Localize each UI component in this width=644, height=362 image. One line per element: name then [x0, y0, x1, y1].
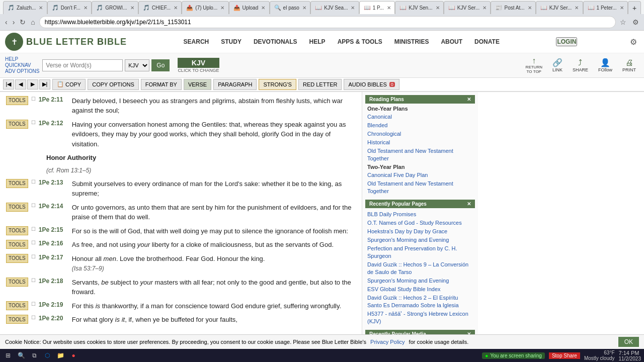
settings-gear-icon[interactable]: ⚙ — [628, 36, 639, 48]
tab-12[interactable]: 📖KJV Ser...✕ — [536, 1, 583, 14]
tab-6[interactable]: 📤Upload✕ — [229, 1, 270, 14]
help-link[interactable]: HELP — [5, 56, 39, 62]
verse-checkbox-2-17[interactable]: ☐ — [31, 254, 36, 259]
verse-checkbox-2-12[interactable]: ☐ — [31, 120, 36, 125]
guzik-hechos2-link[interactable]: David Guzik :: Hechos 2 – El Espíritu Sa… — [367, 295, 459, 308]
blended-link[interactable]: Blended — [367, 122, 387, 128]
privacy-policy-link[interactable]: Privacy Policy — [370, 339, 405, 345]
spurgeon2-link[interactable]: Spurgeon's Morning and Evening — [367, 278, 449, 284]
chrome-icon[interactable]: ● — [68, 350, 78, 360]
menu-search[interactable]: SEARCH — [178, 35, 215, 48]
tools-button-2-20[interactable]: TOOLS — [6, 315, 28, 324]
tools-button-2-17[interactable]: TOOLS — [6, 254, 28, 263]
tab-8[interactable]: 📖KJV Sea...✕ — [310, 1, 359, 14]
collapse-icon[interactable]: ✕ — [467, 97, 471, 102]
verse-checkbox-2-18[interactable]: ☐ — [31, 278, 36, 283]
kjv-badge[interactable]: KJV CLICK TO CHANGE — [178, 58, 219, 73]
tab-1[interactable]: 🎵Zaluzh...✕ — [3, 1, 47, 14]
guzik-hechos9-link[interactable]: David Guzik :: Hechos 9 – La Conversión … — [367, 261, 468, 275]
search-input[interactable] — [42, 59, 123, 71]
spurgeon1-link[interactable]: Spurgeon's Morning and Evening — [367, 237, 449, 243]
verse-checkbox-2-19[interactable]: ☐ — [31, 301, 36, 307]
tab-active[interactable]: 📖1 P...✕ — [359, 1, 395, 14]
tools-button-2-18[interactable]: TOOLS — [6, 278, 28, 287]
search-go-button[interactable]: Go — [151, 59, 170, 71]
hoekstra-link[interactable]: Hoekstra's Day by Day by Grace — [367, 228, 447, 234]
tab-13[interactable]: 📖1 Peter...✕ — [583, 1, 628, 14]
collapse-pages-icon[interactable]: ✕ — [467, 201, 471, 207]
menu-ministries[interactable]: MINISTRIES — [388, 35, 435, 48]
menu-help[interactable]: HELP — [303, 35, 332, 48]
task-view-icon[interactable]: ⧉ — [29, 350, 39, 360]
cookie-ok-button[interactable]: OK — [618, 337, 639, 347]
ot-names-link[interactable]: O.T. Names of God - Study Resources — [367, 220, 462, 226]
ot-nt-link[interactable]: Old Testament and New Testament Together — [367, 148, 453, 161]
tools-button-2-14[interactable]: TOOLS — [6, 203, 28, 212]
menu-study[interactable]: STUDY — [215, 35, 248, 48]
chronological-link[interactable]: Chronological — [367, 131, 401, 137]
share-button[interactable]: ⤴ SHARE — [570, 57, 591, 73]
quicknav-link[interactable]: QUICKNAV — [5, 62, 39, 68]
menu-about[interactable]: ABOUT — [435, 35, 468, 48]
verse-checkbox-2-16[interactable]: ☐ — [31, 240, 36, 245]
edge-icon[interactable]: ⬡ — [42, 350, 52, 360]
copy-options-button[interactable]: COPY OPTIONS — [88, 79, 139, 90]
menu-devotionals[interactable]: DEVOTIONALS — [248, 35, 303, 48]
search-taskbar-icon[interactable]: 🔍 — [16, 350, 26, 360]
next-chapter-button[interactable]: ▶ — [27, 79, 38, 89]
back-button[interactable]: ‹ — [3, 17, 10, 27]
format-by-button[interactable]: FORMAT BY — [141, 79, 182, 90]
tab-4[interactable]: 🎵CHIEF...✕ — [138, 1, 182, 14]
address-bar[interactable] — [39, 16, 616, 28]
tab-5[interactable]: 📤(7) Uplo...✕ — [182, 1, 228, 14]
forward-button[interactable]: › — [11, 17, 17, 27]
tab-11[interactable]: 📰Post At...✕ — [491, 1, 535, 14]
tools-button-2-19[interactable]: TOOLS — [6, 301, 28, 310]
h5377-link[interactable]: H5377 - nāšāʾ - Strong's Hebrew Lexicon … — [367, 311, 468, 324]
copy-button[interactable]: 📋 COPY — [52, 79, 86, 90]
tools-button-2-13[interactable]: TOOLS — [6, 179, 28, 188]
reload-button[interactable]: ↻ — [18, 17, 28, 27]
follow-button[interactable]: 👤 FOllow — [595, 57, 615, 73]
verse-checkbox-2-15[interactable]: ☐ — [31, 226, 36, 232]
prev-chapter-button[interactable]: ◀ — [15, 79, 26, 89]
bookmark-button[interactable]: ☆ — [618, 17, 628, 27]
new-tab[interactable]: + — [628, 1, 641, 14]
stop-share-button[interactable]: Stop Share — [549, 352, 580, 359]
version-select[interactable]: KJV NIV ESV — [125, 59, 149, 71]
tools-button-2-11[interactable]: TOOLS — [6, 96, 28, 105]
first-chapter-button[interactable]: |◀ — [3, 79, 14, 89]
historical-link[interactable]: Historical — [367, 139, 390, 145]
verse-button[interactable]: VERSE — [184, 79, 211, 90]
home-button[interactable]: ⌂ — [29, 17, 37, 27]
tab-7[interactable]: 🔍el paso✕ — [270, 1, 311, 14]
verse-checkbox-2-14[interactable]: ☐ — [31, 203, 36, 208]
canonical-five-link[interactable]: Canonical Five Day Plan — [367, 172, 428, 178]
canonical-link[interactable]: Canonical — [367, 114, 392, 120]
strongs-button[interactable]: STRONG'S — [259, 79, 296, 90]
tools-button-2-16[interactable]: TOOLS — [6, 240, 28, 249]
blb-daily-link[interactable]: BLB Daily Promises — [367, 211, 416, 217]
tools-button-2-15[interactable]: TOOLS — [6, 226, 28, 235]
verse-checkbox-2-20[interactable]: ☐ — [31, 315, 36, 320]
audio-bibles-button[interactable]: AUDIO BIBLES 0 — [344, 79, 399, 90]
link-button[interactable]: 🔗 LINK — [549, 57, 566, 73]
tab-10[interactable]: 📖KJV Ser...✕ — [444, 1, 491, 14]
tools-button-2-12[interactable]: TOOLS — [6, 120, 28, 129]
tab-3[interactable]: 🎵GROWI...✕ — [92, 1, 138, 14]
return-to-top-button[interactable]: ↑ RETURNTO TOP — [523, 55, 545, 75]
adv-options-link[interactable]: ADV OPTIONS — [5, 68, 39, 74]
login-button[interactable]: LOGIN — [556, 37, 577, 46]
menu-donate[interactable]: DONATE — [468, 35, 506, 48]
menu-apps[interactable]: APPS & TOOLS — [332, 35, 388, 48]
verse-checkbox-2-13[interactable]: ☐ — [31, 179, 36, 185]
tab-9[interactable]: 📖KJV Sen...✕ — [395, 1, 443, 14]
verse-checkbox-2-11[interactable]: ☐ — [31, 96, 36, 102]
red-letter-button[interactable]: RED LETTER — [298, 79, 342, 90]
print-button[interactable]: 🖨 PRINT — [619, 57, 639, 73]
windows-start-icon[interactable]: ⊞ — [3, 350, 13, 360]
settings-icon[interactable]: ⚙ — [630, 17, 641, 27]
tab-2[interactable]: 🎵Don't F...✕ — [47, 1, 92, 14]
ot-nt-two-link[interactable]: Old Testament and New Testament Together — [367, 180, 453, 194]
paragraph-button[interactable]: PARAGRAPH — [213, 79, 257, 90]
